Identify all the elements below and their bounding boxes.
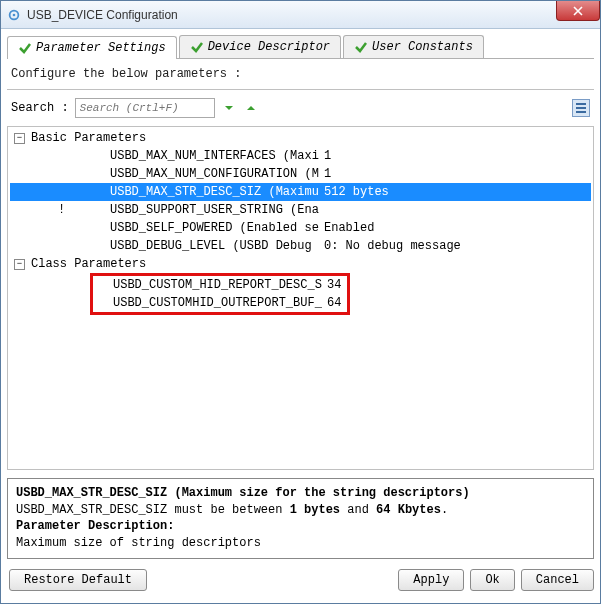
param-row[interactable]: USBD_SELF_POWERED (Enabled se...Enabled bbox=[10, 219, 591, 237]
apply-button[interactable]: Apply bbox=[398, 569, 464, 591]
group-label: Class Parameters bbox=[31, 257, 146, 271]
param-row[interactable]: USBD_MAX_NUM_INTERFACES (Maxi...1 bbox=[10, 147, 591, 165]
param-val: 1 bbox=[324, 149, 331, 163]
group-class-parameters[interactable]: − Class Parameters bbox=[10, 255, 591, 273]
desc-title: USBD_MAX_STR_DESC_SIZ (Maximum size for … bbox=[16, 485, 585, 502]
search-label: Search : bbox=[11, 101, 69, 115]
config-note: Configure the below parameters : bbox=[7, 59, 594, 90]
tab-label: User Constants bbox=[372, 40, 473, 54]
param-key: USBD_MAX_NUM_INTERFACES (Maxi... bbox=[110, 149, 320, 163]
param-val: 34 bbox=[327, 278, 341, 292]
group-basic-parameters[interactable]: − Basic Parameters bbox=[10, 129, 591, 147]
titlebar: USB_DEVICE Configuration bbox=[1, 1, 600, 29]
param-val: 512 bytes bbox=[324, 185, 389, 199]
param-row[interactable]: USBD_DEBUG_LEVEL (USBD Debug ...0: No de… bbox=[10, 237, 591, 255]
ok-button[interactable]: Ok bbox=[470, 569, 514, 591]
svg-rect-3 bbox=[576, 107, 586, 109]
window-title: USB_DEVICE Configuration bbox=[27, 8, 178, 22]
svg-point-1 bbox=[13, 13, 16, 16]
search-row: Search : bbox=[7, 90, 594, 126]
svg-rect-4 bbox=[576, 111, 586, 113]
param-key: USBD_MAX_NUM_CONFIGURATION (M... bbox=[110, 167, 320, 181]
tab-device-descriptor[interactable]: Device Descriptor bbox=[179, 35, 341, 58]
highlight-annotation: USBD_CUSTOM_HID_REPORT_DESC_S...34 USBD_… bbox=[90, 273, 350, 315]
param-row[interactable]: USBD_MAX_NUM_CONFIGURATION (M...1 bbox=[10, 165, 591, 183]
tab-parameter-settings[interactable]: Parameter Settings bbox=[7, 36, 177, 59]
search-prev-icon[interactable] bbox=[243, 100, 259, 116]
param-key: USBD_CUSTOMHID_OUTREPORT_BUF_... bbox=[113, 296, 323, 310]
tab-label: Device Descriptor bbox=[208, 40, 330, 54]
svg-rect-2 bbox=[576, 103, 586, 105]
tab-label: Parameter Settings bbox=[36, 41, 166, 55]
search-input[interactable] bbox=[75, 98, 215, 118]
param-val: Enabled bbox=[324, 221, 374, 235]
collapse-icon[interactable]: − bbox=[14, 259, 25, 270]
param-row[interactable]: USBD_CUSTOMHID_OUTREPORT_BUF_...64 bbox=[93, 294, 347, 312]
desc-body: Maximum size of string descriptors bbox=[16, 535, 585, 552]
param-val: 0: No debug message bbox=[324, 239, 461, 253]
description-panel: USBD_MAX_STR_DESC_SIZ (Maximum size for … bbox=[7, 478, 594, 559]
button-bar: Restore Default Apply Ok Cancel bbox=[7, 565, 594, 597]
param-row-warning[interactable]: USBD_SUPPORT_USER_STRING (Ena... bbox=[10, 201, 591, 219]
param-key: USBD_DEBUG_LEVEL (USBD Debug ... bbox=[110, 239, 320, 253]
param-row[interactable]: USBD_CUSTOM_HID_REPORT_DESC_S...34 bbox=[93, 276, 347, 294]
group-label: Basic Parameters bbox=[31, 131, 146, 145]
collapse-icon[interactable]: − bbox=[14, 133, 25, 144]
tab-user-constants[interactable]: User Constants bbox=[343, 35, 484, 58]
content-area: Parameter Settings Device Descriptor Use… bbox=[1, 29, 600, 603]
config-window: USB_DEVICE Configuration Parameter Setti… bbox=[0, 0, 601, 604]
desc-line: USBD_MAX_STR_DESC_SIZ must be between 1 … bbox=[16, 502, 585, 519]
param-key: USBD_MAX_STR_DESC_SIZ (Maximu... bbox=[110, 185, 320, 199]
restore-default-button[interactable]: Restore Default bbox=[9, 569, 147, 591]
check-icon bbox=[18, 41, 32, 55]
tabs: Parameter Settings Device Descriptor Use… bbox=[7, 35, 594, 59]
param-val: 1 bbox=[324, 167, 331, 181]
param-val: 64 bbox=[327, 296, 341, 310]
param-row-selected[interactable]: USBD_MAX_STR_DESC_SIZ (Maximu...512 byte… bbox=[10, 183, 591, 201]
gear-icon bbox=[7, 8, 21, 22]
cancel-button[interactable]: Cancel bbox=[521, 569, 594, 591]
view-mode-button[interactable] bbox=[572, 99, 590, 117]
param-key: USBD_CUSTOM_HID_REPORT_DESC_S... bbox=[113, 278, 323, 292]
check-icon bbox=[354, 40, 368, 54]
parameters-tree: − Basic Parameters USBD_MAX_NUM_INTERFAC… bbox=[7, 126, 594, 470]
search-next-icon[interactable] bbox=[221, 100, 237, 116]
param-key: USBD_SELF_POWERED (Enabled se... bbox=[110, 221, 320, 235]
close-button[interactable] bbox=[556, 1, 600, 21]
desc-pd: Parameter Description: bbox=[16, 518, 585, 535]
param-key: USBD_SUPPORT_USER_STRING (Ena... bbox=[110, 203, 320, 217]
check-icon bbox=[190, 40, 204, 54]
